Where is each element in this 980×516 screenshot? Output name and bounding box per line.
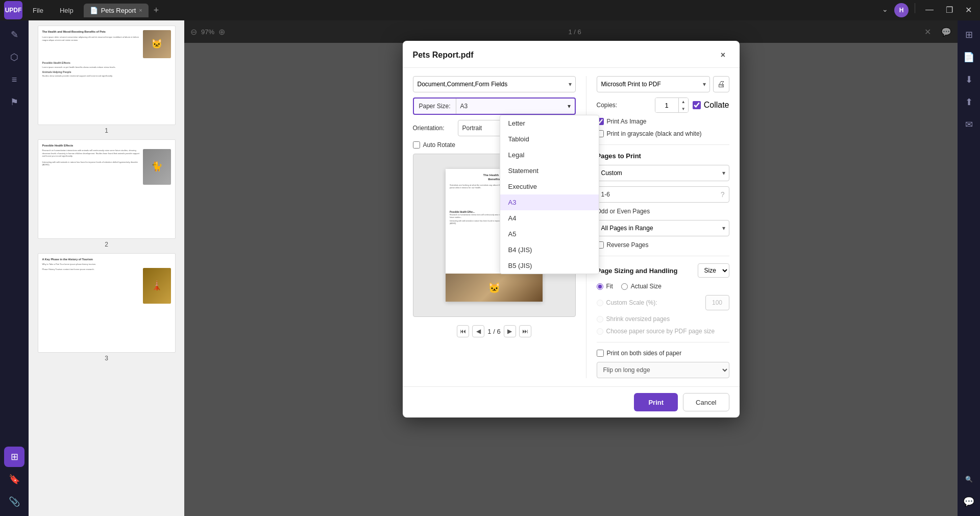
right-sidebar-icon-2[interactable]: 📄: [959, 47, 979, 67]
collate-checkbox[interactable]: [693, 101, 701, 109]
tab-area: 📄 Pets Report × +: [84, 4, 876, 17]
print-both-sides-label: Print on both sides of paper: [607, 350, 682, 357]
fit-actual-radio-group: Fit Actual Size: [597, 283, 729, 290]
divider-3: [597, 342, 729, 342]
cancel-button[interactable]: Cancel: [683, 393, 729, 411]
paper-size-arrow-icon: ▾: [568, 103, 571, 110]
flip-long-edge-select[interactable]: Flip on long edge: [597, 366, 729, 374]
dropdown-item-statement[interactable]: Statement: [500, 163, 599, 179]
tab-close-button[interactable]: ×: [139, 7, 142, 13]
printer-row: Microsoft Print to PDF 🖨: [597, 76, 729, 92]
pages-range-help-icon[interactable]: ?: [721, 190, 725, 199]
right-sidebar-icon-6[interactable]: 🔍: [959, 469, 979, 489]
paper-size-field[interactable]: Paper Size: A3 ▾: [413, 97, 576, 115]
pages-range-input[interactable]: 1-6 ?: [597, 186, 729, 203]
sidebar-item-layers[interactable]: ⊞: [4, 447, 24, 467]
window-controls: ⌄ H — ❐ ✕: [880, 3, 976, 17]
sidebar-item-stamp[interactable]: ⬡: [4, 47, 24, 67]
dialog-right-panel: Microsoft Print to PDF 🖨 Copies:: [586, 76, 729, 378]
paper-size-dropdown[interactable]: Letter Tabloid Legal Statement Executive…: [500, 115, 599, 274]
tab-pets-report[interactable]: 📄 Pets Report ×: [84, 4, 149, 17]
tab-add-button[interactable]: +: [150, 5, 163, 16]
thumb-label-1: 1: [105, 127, 108, 134]
print-as-image-label: Print As Image: [607, 118, 647, 125]
copies-decrement-button[interactable]: ▼: [679, 105, 688, 112]
dialog-close-button[interactable]: ×: [717, 49, 729, 61]
printer-icon: 🖨: [717, 80, 725, 89]
thumbnail-3[interactable]: A Key Phase in the History of Tourism Wh…: [34, 253, 179, 362]
sidebar-item-flag[interactable]: ⚑: [4, 92, 24, 112]
dialog-left-panel: Document,Comment,Form Fields Paper Size:…: [413, 76, 586, 378]
right-sidebar-icon-4[interactable]: ⬆: [959, 92, 979, 112]
thumbnail-2[interactable]: Possible Health Effects Research on huma…: [34, 139, 179, 248]
fit-option: Fit: [597, 283, 613, 290]
right-sidebar-icon-1[interactable]: ⊞: [959, 24, 979, 45]
pages-mode-select[interactable]: Custom: [597, 165, 729, 181]
print-button[interactable]: Print: [634, 393, 678, 411]
odd-even-label: Odd or Even Pages: [597, 208, 729, 215]
odd-even-select[interactable]: All Pages in Range: [597, 220, 729, 236]
dropdown-item-b5jis[interactable]: B5 (JIS): [500, 258, 599, 274]
print-both-sides-row: Print on both sides of paper: [597, 350, 729, 357]
print-both-sides-checkbox[interactable]: [597, 350, 604, 357]
thumbnail-1[interactable]: The Health and Mood-Boosting Benefits of…: [34, 26, 179, 134]
menu-file[interactable]: File: [27, 5, 50, 16]
fit-radio[interactable]: [597, 283, 603, 290]
menu-help[interactable]: Help: [54, 5, 80, 16]
close-window-button[interactable]: ✕: [961, 3, 976, 17]
preview-bottom-image: 🐱: [446, 274, 543, 302]
custom-scale-input[interactable]: [706, 296, 729, 310]
sidebar-item-attachment[interactable]: 📎: [4, 492, 24, 512]
size-dropdown[interactable]: Size: [698, 263, 729, 278]
dropdown-item-executive[interactable]: Executive: [500, 179, 599, 194]
minimize-button[interactable]: —: [921, 3, 938, 17]
maximize-button[interactable]: ❐: [942, 3, 957, 17]
fit-label: Fit: [606, 283, 613, 290]
titlebar: UPDF File Help 📄 Pets Report × + ⌄ H — ❐…: [0, 0, 980, 20]
shrink-oversized-radio[interactable]: [597, 316, 603, 323]
copies-increment-button[interactable]: ▲: [679, 98, 688, 105]
odd-even-wrapper: All Pages in Range: [597, 220, 729, 236]
nav-next-button[interactable]: ▶: [504, 325, 516, 337]
dropdown-item-b4jis[interactable]: B4 (JIS): [500, 242, 599, 258]
choose-paper-radio[interactable]: [597, 328, 603, 335]
printer-select[interactable]: Microsoft Print to PDF: [597, 76, 710, 92]
sidebar-item-list[interactable]: ≡: [4, 69, 24, 90]
copies-stepper: ▲ ▼: [678, 98, 688, 112]
divider-2: [597, 256, 729, 256]
thumbnail-panel: The Health and Mood-Boosting Benefits of…: [29, 20, 184, 516]
nav-prev-button[interactable]: ◀: [472, 325, 484, 337]
modal-overlay: Pets Report.pdf × Document,Comment,Form …: [184, 20, 958, 516]
actual-size-radio[interactable]: [621, 283, 628, 290]
custom-scale-option: Custom Scale (%):: [597, 295, 729, 310]
shrink-oversized-label: Shrink oversized pages: [606, 315, 670, 323]
dropdown-item-legal[interactable]: Legal: [500, 147, 599, 163]
nav-last-button[interactable]: ⏭: [519, 325, 531, 337]
nav-first-button[interactable]: ⏮: [457, 325, 469, 337]
copies-input[interactable]: [655, 98, 678, 112]
dropdown-item-a4[interactable]: A4: [500, 210, 599, 226]
right-sidebar-icon-7[interactable]: 💬: [959, 492, 979, 512]
dropdown-item-tabloid[interactable]: Tabloid: [500, 131, 599, 147]
pages-range-value: 1-6: [601, 191, 610, 198]
dropdown-item-a5[interactable]: A5: [500, 226, 599, 242]
printer-select-wrapper: Microsoft Print to PDF: [597, 76, 710, 92]
choose-paper-label: Choose paper source by PDF page size: [606, 328, 715, 335]
sidebar-item-edit[interactable]: ✎: [4, 24, 24, 45]
choose-paper-option: Choose paper source by PDF page size: [597, 328, 729, 335]
custom-scale-radio[interactable]: [597, 300, 603, 306]
dialog-title: Pets Report.pdf: [413, 51, 474, 60]
user-avatar[interactable]: H: [894, 3, 909, 17]
document-type-select[interactable]: Document,Comment,Form Fields: [413, 76, 576, 92]
sidebar-item-bookmark[interactable]: 🔖: [4, 469, 24, 489]
dropdown-arrow[interactable]: ⌄: [880, 3, 890, 17]
dropdown-item-a3[interactable]: A3: [500, 194, 599, 210]
right-sidebar-icon-3[interactable]: ⬇: [959, 69, 979, 90]
collate-row: Collate: [693, 101, 729, 110]
dropdown-item-letter[interactable]: Letter: [500, 115, 599, 131]
right-sidebar-icon-5[interactable]: ✉: [959, 114, 979, 135]
printer-icon-button[interactable]: 🖨: [713, 76, 729, 92]
app-logo: UPDF: [4, 1, 22, 19]
paper-size-value[interactable]: A3 ▾: [456, 103, 575, 110]
auto-rotate-checkbox[interactable]: [413, 141, 420, 149]
